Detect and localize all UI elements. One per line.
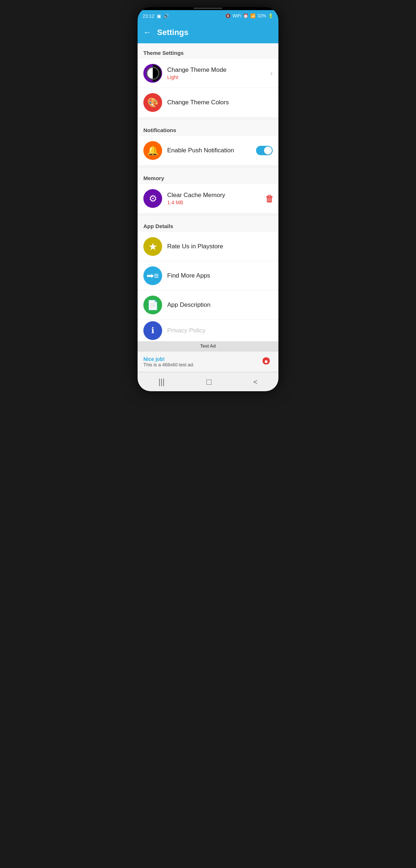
trash-handle	[268, 195, 271, 196]
back-nav-icon[interactable]: <	[254, 378, 258, 386]
toggle-track[interactable]	[256, 146, 273, 155]
section-notifications-label: Notifications	[138, 121, 278, 136]
menu-nav-icon[interactable]: |||	[159, 377, 165, 387]
status-bar: 23:12 ▣ 🔊 🔇 WiFi ⏰ 📶 32% 🔋	[138, 10, 278, 22]
bell-icon-circle: 🔔	[143, 141, 162, 160]
screen-top	[138, 7, 278, 10]
apps-icon-circle: ➡≡	[143, 266, 162, 285]
status-bar-left: 23:12 ▣ 🔊	[143, 13, 169, 19]
ad-banner-text: Nice job! This is a 468x60 test ad.	[143, 356, 256, 367]
desc-icon-circle: 📄	[143, 296, 162, 314]
find-apps-text: Find More Apps	[167, 272, 273, 279]
palette-icon-circle: 🎨	[143, 93, 162, 112]
battery-percent: 32%	[257, 13, 266, 18]
apps-icon: ➡≡	[147, 271, 159, 281]
status-time: 23:12	[143, 13, 155, 19]
divider-2	[138, 167, 278, 167]
push-notification-item[interactable]: 🔔 Enable Push Notification	[138, 136, 278, 165]
star-icon-circle: ★	[143, 237, 162, 256]
alarm-icon: ⏰	[243, 13, 248, 18]
theme-mode-text: Change Theme Mode Light	[167, 66, 265, 80]
palette-icon: 🎨	[147, 97, 159, 108]
rate-us-text: Rate Us in Playstore	[167, 243, 273, 250]
change-theme-mode-item[interactable]: Change Theme Mode Light ›	[138, 59, 278, 88]
cpu-icon: ⚙	[149, 193, 157, 204]
ad-nice-job: Nice job!	[143, 356, 256, 362]
theme-colors-title: Change Theme Colors	[167, 99, 273, 106]
star-icon: ★	[148, 241, 157, 253]
privacy-title: Privacy Policy	[167, 327, 273, 334]
home-nav-icon[interactable]: □	[206, 377, 212, 387]
change-theme-colors-item[interactable]: 🎨 Change Theme Colors	[138, 88, 278, 117]
divider-1	[138, 119, 278, 119]
save-icon: ▣	[157, 13, 161, 19]
theme-mode-icon	[143, 64, 162, 83]
battery-icon: 🔋	[268, 13, 273, 18]
theme-colors-text: Change Theme Colors	[167, 99, 273, 106]
bell-icon: 🔔	[147, 145, 159, 156]
divider-3	[138, 215, 278, 215]
cpu-icon-circle: ⚙	[143, 189, 162, 208]
data-icon: 🔊	[163, 13, 169, 19]
app-description-item[interactable]: 📄 App Description	[138, 291, 278, 320]
clear-cache-size: 1.4 MB	[167, 200, 261, 205]
privacy-icon: ℹ	[151, 326, 154, 335]
privacy-policy-item[interactable]: ℹ Privacy Policy	[138, 320, 278, 341]
theme-mode-subtitle: Light	[167, 74, 265, 80]
chevron-right-icon: ›	[270, 70, 273, 77]
app-header: ← Settings	[138, 22, 278, 43]
ad-container: Test Ad Nice job! This is a 468x60 test …	[138, 341, 278, 372]
clear-cache-item[interactable]: ⚙ Clear Cache Memory 1.4 MB	[138, 184, 278, 213]
find-more-apps-item[interactable]: ➡≡ Find More Apps	[138, 261, 278, 291]
rate-us-title: Rate Us in Playstore	[167, 243, 273, 250]
section-theme-label: Theme Settings	[138, 43, 278, 59]
back-button[interactable]: ←	[143, 28, 151, 37]
desc-icon: 📄	[147, 300, 159, 311]
status-bar-right: 🔇 WiFi ⏰ 📶 32% 🔋	[225, 13, 273, 18]
theme-mode-title: Change Theme Mode	[167, 66, 265, 74]
toggle-thumb	[264, 147, 272, 154]
clear-cache-text: Clear Cache Memory 1.4 MB	[167, 192, 261, 205]
nav-bar: ||| □ <	[138, 372, 278, 391]
section-app-details-label: App Details	[138, 217, 278, 232]
mute-icon: 🔇	[225, 13, 231, 18]
trash-body	[267, 197, 272, 202]
push-notification-text: Enable Push Notification	[167, 147, 251, 154]
push-notification-title: Enable Push Notification	[167, 147, 251, 154]
ad-description: This is a 468x60 test ad.	[143, 362, 256, 367]
rate-us-item[interactable]: ★ Rate Us in Playstore	[138, 232, 278, 261]
screen-content: Theme Settings Change Theme Mode Light ›…	[138, 43, 278, 372]
page-title: Settings	[157, 28, 188, 37]
privacy-icon-circle: ℹ	[143, 321, 162, 340]
push-notification-toggle[interactable]	[256, 146, 273, 155]
privacy-text: Privacy Policy	[167, 327, 273, 334]
section-memory-label: Memory	[138, 169, 278, 184]
app-desc-text: App Description	[167, 301, 273, 309]
device-frame: 23:12 ▣ 🔊 🔇 WiFi ⏰ 📶 32% 🔋 ← Settings Th…	[138, 7, 278, 391]
clear-cache-title: Clear Cache Memory	[167, 192, 261, 199]
app-desc-title: App Description	[167, 301, 273, 309]
wifi-icon: WiFi	[233, 13, 241, 18]
ad-logo	[260, 355, 273, 368]
trash-icon[interactable]	[266, 195, 273, 202]
signal-icon: 📶	[250, 13, 256, 18]
find-apps-title: Find More Apps	[167, 272, 273, 279]
ad-banner[interactable]: Nice job! This is a 468x60 test ad.	[138, 351, 278, 372]
ad-label: Test Ad	[138, 343, 278, 351]
